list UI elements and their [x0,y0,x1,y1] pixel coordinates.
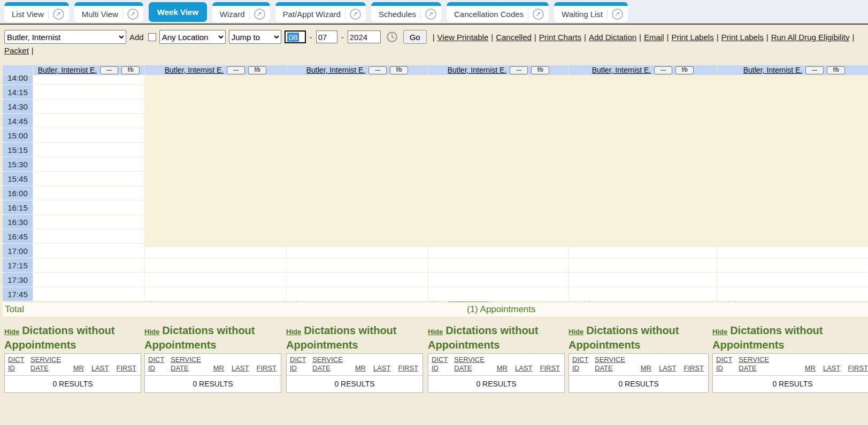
sort-last[interactable]: LAST [659,364,677,373]
open-in-new-icon[interactable]: ↗ [254,9,265,20]
hide-link[interactable]: Hide [4,328,19,336]
date-year-input[interactable]: 2024 [348,30,381,43]
link-cancelled[interactable]: Cancelled [496,33,532,42]
tab-wizard[interactable]: Wizard↗ [212,2,270,22]
link-run-all-drug-eligibility[interactable]: Run All Drug Eligibility [771,33,850,42]
sort-last[interactable]: LAST [91,364,109,373]
jump-to-select[interactable]: Jump to [229,30,281,44]
tab-pat-appt-wizard[interactable]: Pat/Appt Wizard↗ [275,2,366,22]
fb-button[interactable]: f/b [121,66,140,74]
sort-last[interactable]: LAST [823,364,841,373]
sort-first[interactable]: FIRST [116,364,136,373]
sort-mr[interactable]: MR [355,364,366,373]
dictations-heading: HideDictations without Appointments [428,324,565,352]
time-label: 14:15 [3,85,33,99]
tab-multi-view[interactable]: Multi View↗ [74,2,143,22]
sort-first[interactable]: FIRST [540,364,560,373]
slot-cell [287,287,428,301]
minus-button[interactable]: — [805,66,824,74]
tab-waiting-list[interactable]: Waiting List↗ [554,2,628,22]
dictations-table-header: DICTIDSERVICEDATEMRLASTFIRST [145,354,281,376]
fb-button[interactable]: f/b [675,66,694,74]
open-in-new-icon[interactable]: ↗ [533,9,544,20]
sort-service-date[interactable]: SERVICEDATE [312,356,350,373]
sort-mr[interactable]: MR [213,364,224,373]
minus-button[interactable]: — [100,66,118,74]
appointment-slot-button-partial[interactable] [448,302,489,302]
provider-column-link[interactable]: Butler, Internist E. [592,66,651,74]
time-label: 16:45 [3,229,33,243]
link-add-dictation[interactable]: Add Dictation [589,33,636,42]
sort-mr[interactable]: MR [73,364,84,373]
total-row: Total (1) Appointments [3,303,868,316]
provider-column-link[interactable]: Butler, Internist E. [165,66,224,74]
date-day-input[interactable]: 07 [316,30,337,43]
provider-column-link[interactable]: Butler, Internist E. [448,66,507,74]
provider-column-link[interactable]: Butler, Internist E. [38,66,97,74]
tab-divider [420,9,421,19]
hide-link[interactable]: Hide [144,328,159,336]
minus-button[interactable]: — [368,66,387,74]
sort-last[interactable]: LAST [515,364,533,373]
link-view-printable[interactable]: View Printable [437,33,489,42]
hide-link[interactable]: Hide [712,328,727,336]
sort-service-date[interactable]: SERVICEDATE [595,356,632,373]
open-in-new-icon[interactable]: ↗ [612,9,623,20]
dictations-title: Dictations without Appointments [712,324,823,351]
sort-first[interactable]: FIRST [848,364,868,373]
sort-dict-id[interactable]: DICTID [432,356,454,373]
hide-link[interactable]: Hide [428,328,443,336]
provider-column-link[interactable]: Butler, Internist E. [743,66,803,74]
open-in-new-icon[interactable]: ↗ [127,9,139,20]
location-select[interactable]: Any Location [159,30,226,44]
minus-button[interactable]: — [227,66,245,74]
sort-mr[interactable]: MR [805,364,816,373]
link-print-labels[interactable]: Print Labels [671,33,713,42]
sort-service-date[interactable]: SERVICEDATE [30,356,68,373]
tab-schedules[interactable]: Schedules↗ [371,2,441,22]
sort-dict-id[interactable]: DICTID [572,356,595,373]
sort-service-date[interactable]: SERVICEDATE [454,356,491,373]
date-month-input[interactable]: 08 [285,30,306,43]
sort-dict-id[interactable]: DICTID [290,356,312,373]
provider-column-link[interactable]: Butler, Internist E. [306,66,366,74]
link-email[interactable]: Email [644,33,664,42]
results-count: 0 RESULTS [569,376,708,392]
open-in-new-icon[interactable]: ↗ [350,9,361,20]
sort-first[interactable]: FIRST [683,364,704,373]
link-packet[interactable]: Packet [4,46,29,55]
tab-week-view[interactable]: Week View [149,2,207,22]
sort-service-date[interactable]: SERVICEDATE [739,356,776,373]
sort-first[interactable]: FIRST [398,364,418,373]
sort-first[interactable]: FIRST [256,364,276,373]
sort-dict-id[interactable]: DICTID [716,356,739,373]
clock-icon[interactable] [386,31,398,43]
time-label: 14:45 [3,114,33,128]
minus-button[interactable]: — [654,66,672,74]
sort-service-date[interactable]: SERVICEDATE [171,356,208,373]
hide-link[interactable]: Hide [569,328,583,336]
sort-last[interactable]: LAST [232,364,249,373]
sort-mr[interactable]: MR [497,364,508,373]
sort-last[interactable]: LAST [373,364,391,373]
tab-list-view[interactable]: List View↗ [4,2,69,22]
sort-dict-id[interactable]: DICTID [8,356,30,373]
fb-button[interactable]: f/b [827,66,845,74]
fb-button[interactable]: f/b [390,66,408,74]
tab-cancellation-codes[interactable]: Cancellation Codes↗ [447,2,549,22]
add-checkbox[interactable] [148,33,156,41]
open-in-new-icon[interactable]: ↗ [53,9,64,20]
results-count: 0 RESULTS [287,376,423,392]
link-print-charts[interactable]: Print Charts [539,33,581,42]
go-button[interactable]: Go [403,30,427,44]
fb-button[interactable]: f/b [531,66,549,74]
link-print-labels[interactable]: Print Labels [721,33,764,42]
fb-button[interactable]: f/b [248,66,266,74]
open-in-new-icon[interactable]: ↗ [425,9,436,20]
sort-dict-id[interactable]: DICTID [148,356,171,373]
time-label: 16:15 [3,200,33,214]
sort-mr[interactable]: MR [641,364,651,373]
minus-button[interactable]: — [510,66,528,74]
provider-select[interactable]: Butler, Internist [4,30,126,44]
hide-link[interactable]: Hide [286,328,301,336]
